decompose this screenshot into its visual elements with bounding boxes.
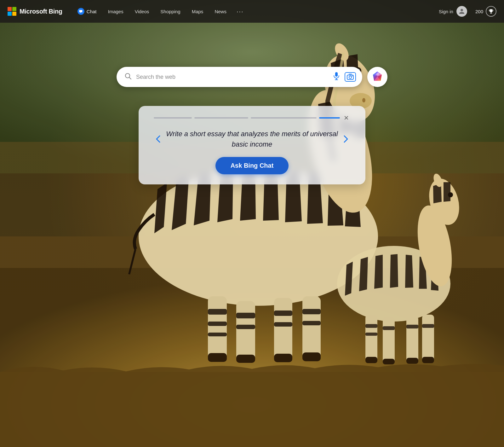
person-icon xyxy=(459,8,465,15)
nav-news-label: News xyxy=(215,9,226,14)
nav-item-images[interactable]: Images xyxy=(103,6,128,17)
logo-blue xyxy=(8,12,12,16)
brand-name: Microsoft Bing xyxy=(20,8,62,15)
main-content: ✕ Write a short essay that analyzes the … xyxy=(0,23,504,184)
chevron-right-icon xyxy=(342,135,349,143)
chat-icon xyxy=(79,9,83,14)
search-input[interactable] xyxy=(136,74,328,80)
mic-icon[interactable] xyxy=(333,72,340,82)
logo-link[interactable]: Microsoft Bing xyxy=(8,7,62,16)
logo-yellow xyxy=(12,12,16,16)
sign-in-button[interactable]: Sign in xyxy=(436,4,470,19)
nav-maps-label: Maps xyxy=(192,9,203,14)
chat-bubble-icon xyxy=(77,8,84,15)
progress-dot-1 xyxy=(154,117,192,119)
nav-more-button[interactable]: ··· xyxy=(233,5,248,18)
progress-dots: ✕ xyxy=(154,115,350,121)
sign-in-label: Sign in xyxy=(439,9,453,14)
nav-shopping-label: Shopping xyxy=(160,9,180,14)
suggestion-text: Write a short essay that analyzes the me… xyxy=(163,129,341,149)
mic-svg xyxy=(333,72,340,80)
search-icon xyxy=(124,72,132,80)
nav-chat-label: Chat xyxy=(87,9,97,14)
nav-item-news[interactable]: News xyxy=(209,6,232,17)
nav-items: Chat Images Videos Shopping Maps News ··… xyxy=(72,5,436,18)
next-arrow-button[interactable] xyxy=(341,133,350,145)
progress-dot-active xyxy=(319,117,340,119)
search-container xyxy=(117,67,387,87)
svg-line-49 xyxy=(129,78,131,79)
progress-dot-3 xyxy=(251,117,317,119)
trophy-svg xyxy=(488,9,494,14)
nav-images-label: Images xyxy=(108,9,123,14)
copilot-button[interactable] xyxy=(367,67,387,87)
navbar: Microsoft Bing Chat Images Videos Shoppi… xyxy=(0,0,504,23)
nav-right: Sign in 200 xyxy=(436,4,496,19)
points-count: 200 xyxy=(475,9,483,14)
microsoft-logo xyxy=(8,7,16,16)
search-icon-wrap xyxy=(124,72,132,82)
nav-videos-label: Videos xyxy=(135,9,149,14)
chevron-left-icon xyxy=(155,135,162,143)
visual-search-icon[interactable] xyxy=(345,72,356,82)
points-badge[interactable]: 200 xyxy=(475,6,496,17)
svg-rect-50 xyxy=(335,72,338,77)
prev-arrow-button[interactable] xyxy=(154,133,163,145)
copilot-gem-svg xyxy=(371,70,384,84)
logo-red xyxy=(8,7,12,11)
logo-green xyxy=(12,7,16,11)
nav-item-shopping[interactable]: Shopping xyxy=(155,6,185,17)
nav-item-videos[interactable]: Videos xyxy=(130,6,154,17)
suggestion-card: ✕ Write a short essay that analyzes the … xyxy=(139,106,365,184)
trophy-icon xyxy=(486,6,496,17)
progress-dot-2 xyxy=(194,117,248,119)
close-button[interactable]: ✕ xyxy=(342,115,350,121)
svg-point-55 xyxy=(352,76,353,77)
svg-point-54 xyxy=(349,76,352,78)
nav-item-maps[interactable]: Maps xyxy=(187,6,209,17)
search-actions xyxy=(333,72,356,82)
avatar-icon xyxy=(456,6,467,17)
camera-svg xyxy=(347,74,354,80)
ask-bing-chat-button[interactable]: Ask Bing Chat xyxy=(215,157,289,174)
search-bar xyxy=(117,67,362,87)
nav-item-chat[interactable]: Chat xyxy=(72,5,102,17)
card-navigation: Write a short essay that analyzes the me… xyxy=(154,129,350,149)
